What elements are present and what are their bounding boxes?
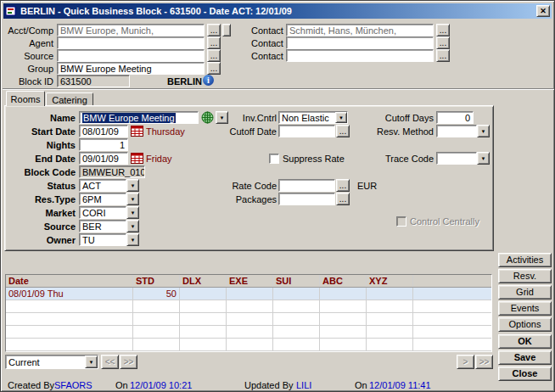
contact-2-ellipsis-button[interactable]: ... [436,36,450,49]
grid-cell[interactable] [6,339,133,350]
grid-cell[interactable] [180,339,227,350]
options-button[interactable]: Options [498,317,552,332]
grid-empty-row[interactable] [6,326,491,339]
agent-field[interactable] [57,36,205,49]
close-window-button[interactable]: Close [498,367,552,381]
grid-empty-row[interactable] [6,339,491,351]
tab-catering[interactable]: Catering [46,92,93,106]
grid-cell-std[interactable]: 50 [133,288,180,300]
rate-code-ellipsis-button[interactable]: ... [336,179,350,192]
resv-method-field[interactable] [436,125,477,137]
grid-empty-row[interactable] [6,300,491,313]
cutoff-date-field[interactable] [278,125,335,137]
grid-cell[interactable] [273,313,320,325]
grid-cell[interactable] [180,300,227,312]
grid-row-1[interactable]: 08/01/09 Thu 50 [6,288,491,300]
form-source-field[interactable]: BER [79,220,126,232]
grid-cell[interactable] [320,313,367,325]
status-dropdown-button[interactable]: ▼ [126,179,139,192]
group-field[interactable]: BMW Europe Meeting [57,62,205,75]
grid-cell[interactable] [367,339,413,350]
start-date-field[interactable]: 08/01/09 [79,125,128,137]
grid-cell[interactable] [320,339,367,350]
contact-1-ellipsis-button[interactable]: ... [436,24,450,36]
form-source-dropdown-button[interactable]: ▼ [126,220,139,232]
inv-cntrl-select[interactable]: Non Elastic ▼ [278,111,348,124]
grid-cell-xyz[interactable] [367,288,413,300]
grid-cell[interactable] [133,339,180,350]
grid-cell[interactable] [413,326,491,338]
acct-comp-extra-button[interactable] [222,24,231,36]
grid-cell[interactable] [320,300,367,312]
grid-button[interactable]: Grid [498,285,552,300]
grid-cell[interactable] [180,326,227,338]
grid-cell[interactable] [180,313,227,325]
save-button[interactable]: Save [498,350,552,365]
market-field[interactable]: CORI [79,206,126,219]
source-field[interactable] [57,49,205,62]
agent-ellipsis-button[interactable]: ... [207,36,221,49]
grid-cell[interactable] [133,300,180,312]
grid-cell-abc[interactable] [320,288,367,300]
trace-code-field[interactable] [436,152,477,165]
packages-field[interactable] [278,193,335,205]
grid-cell[interactable] [227,326,273,338]
grid-cell-filler[interactable] [413,288,491,300]
grid-cell[interactable] [133,326,180,338]
res-type-field[interactable]: 6PM [79,193,126,205]
grid-cell[interactable] [273,339,320,350]
source-ellipsis-button[interactable]: ... [207,49,221,62]
packages-ellipsis-button[interactable]: ... [336,193,350,205]
cutoff-date-ellipsis-button[interactable]: ... [336,125,350,137]
nights-field[interactable]: 1 [79,138,128,151]
res-type-dropdown-button[interactable]: ▼ [126,193,139,205]
grid-empty-row[interactable] [6,313,491,326]
view-select[interactable]: Current ▼ [5,355,98,369]
grid-cell[interactable] [273,300,320,312]
events-button[interactable]: Events [498,301,552,316]
grid-cell[interactable] [367,313,413,325]
grid-cell[interactable] [227,300,273,312]
rate-code-field[interactable] [278,179,335,192]
resv-method-dropdown-button[interactable]: ▼ [477,125,490,137]
grid-cell[interactable] [413,300,491,312]
tab-rooms[interactable]: Rooms [6,91,45,106]
acct-comp-ellipsis-button[interactable]: ... [207,24,221,36]
info-icon[interactable]: i [203,75,214,86]
end-date-field[interactable]: 09/01/09 [79,152,128,165]
owner-dropdown-button[interactable]: ▼ [126,233,139,246]
acct-comp-field[interactable]: BMW Europe, Munich, [57,24,205,36]
grid-cell[interactable] [367,326,413,338]
activities-button[interactable]: Activities [498,253,552,267]
group-ellipsis-button[interactable]: ... [207,62,221,75]
grid-cell[interactable] [273,326,320,338]
grid-cell[interactable] [6,300,133,312]
status-field[interactable]: ACT [79,179,126,192]
grid-cell[interactable] [6,326,133,338]
grid-cell[interactable] [320,326,367,338]
start-date-calendar-icon[interactable] [131,126,143,137]
owner-field[interactable]: TU [79,233,126,246]
suppress-rate-checkbox[interactable] [269,154,279,164]
grid-cell[interactable] [413,313,491,325]
resv-button[interactable]: Resv. [498,269,552,283]
grid-cell[interactable] [227,313,273,325]
grid-cell[interactable] [133,313,180,325]
end-date-calendar-icon[interactable] [131,153,143,164]
close-button[interactable]: ✕ [536,5,550,17]
grid-cell-date[interactable]: 08/01/09 Thu [6,288,133,300]
ok-button[interactable]: OK [498,334,552,349]
title-bar[interactable]: BERLIN - Quick Business Block - 631500 -… [3,3,552,19]
contact-1-field[interactable]: Schmidt, Hans, München, [286,24,434,36]
contact-3-field[interactable] [286,49,434,62]
grid-cell[interactable] [6,313,133,325]
grid-cell-dlx[interactable] [180,288,227,300]
view-select-dropdown-button[interactable]: ▼ [85,356,98,368]
name-field[interactable]: BMW Europe Meeting [79,111,199,124]
grid-cell[interactable] [227,339,273,350]
market-dropdown-button[interactable]: ▼ [126,206,139,219]
grid-cell[interactable] [367,300,413,312]
grid-cell-sui[interactable] [273,288,320,300]
inv-cntrl-dropdown-button[interactable]: ▼ [335,112,347,123]
contact-3-ellipsis-button[interactable]: ... [436,49,450,62]
